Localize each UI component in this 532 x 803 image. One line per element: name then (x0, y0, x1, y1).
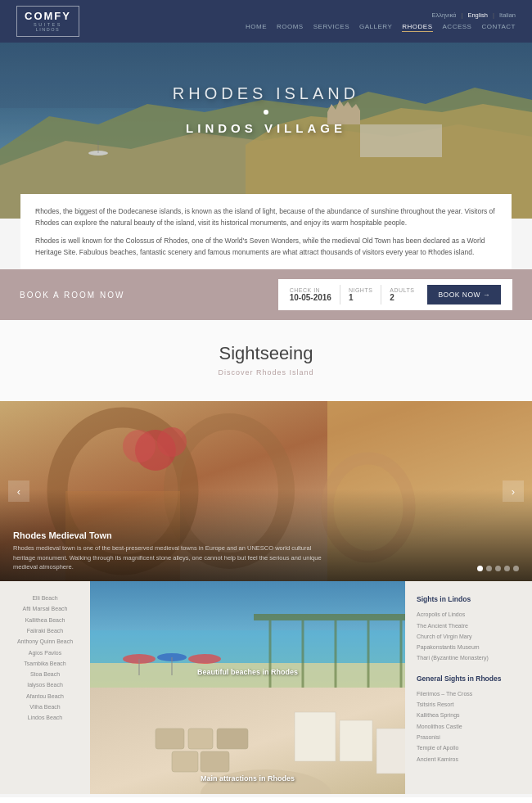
beach-list-item: Agios Pavlos (7, 647, 83, 658)
dot-5[interactable] (513, 566, 519, 571)
lindos-sight-5: Thari (Byzantine Monastery) (417, 652, 521, 663)
svg-rect-36 (188, 729, 213, 749)
svg-point-26 (188, 654, 221, 664)
carousel-prev-button[interactable]: ‹ (8, 480, 29, 502)
beach-list-item: Elli Beach (7, 593, 83, 603)
sightseeing-subtitle: Discover Rhodes Island (16, 368, 516, 377)
adults-value: 2 (390, 293, 414, 302)
hero-text: RHODES ISLAND LINDOS VILLAGE (143, 84, 389, 135)
rhodes-sight-3: Kallithea Springs (417, 710, 521, 720)
svg-point-15 (157, 427, 187, 457)
sightseeing-title: Sightseeing (16, 343, 516, 364)
rhodes-sight-5: Prasonisi (417, 732, 521, 742)
hero-title: RHODES ISLAND (143, 84, 389, 103)
nav-home[interactable]: HOME (246, 23, 267, 32)
carousel: Rhodes Medieval Town Rhodes medieval tow… (0, 401, 532, 581)
nav-gallery[interactable]: GALLERY (359, 23, 392, 32)
beach-list-item: Anthony Quinn Beach (7, 636, 83, 647)
beach-list: Elli Beach Afti Marsal Beach Kallithea B… (0, 581, 90, 794)
svg-rect-42 (376, 729, 405, 774)
rhodes-sight-2: Tsitsiris Resort (417, 699, 521, 710)
beach-label-1: Beautiful beaches in Rhodes (197, 668, 298, 676)
nights-field[interactable]: Nights 1 (349, 287, 372, 302)
nav-access[interactable]: ACCESS (443, 23, 472, 32)
lindos-sight-3: Church of Virgin Mary (417, 631, 521, 642)
rhodes-sight-6: Temple of Apollo (417, 742, 521, 753)
logo-lindos: LINDOS (25, 27, 71, 32)
nav-services[interactable]: SERVICES (313, 23, 349, 32)
checkin-field[interactable]: Check In 10-05-2016 (290, 287, 331, 302)
svg-rect-38 (172, 751, 198, 772)
checkin-label: Check In (290, 287, 331, 293)
rhodes-sight-7: Ancient Kamiros (417, 754, 521, 765)
carousel-overlay: Rhodes Medieval Town Rhodes medieval tow… (0, 489, 532, 581)
rhodes-sight-1: Filerimos – The Cross (417, 688, 521, 699)
beach-list-item: Afantou Beach (7, 691, 83, 701)
svg-rect-39 (201, 751, 229, 772)
svg-rect-40 (295, 712, 336, 761)
checkin-value: 10-05-2016 (290, 293, 331, 302)
lang-english[interactable]: English (467, 11, 488, 19)
field-sep2 (381, 285, 381, 305)
field-sep1 (340, 285, 340, 305)
logo[interactable]: COMFY SUITES LINDOS (16, 6, 79, 37)
footer-info: Home Rhodes Accommodation Lindos Rooms A… (0, 797, 532, 803)
lindos-sight-1: Acropolis of Lindos (417, 609, 521, 620)
book-now-button[interactable]: BOOK NOW → (427, 285, 501, 305)
beach-list-item: Afti Marsal Beach (7, 603, 83, 614)
svg-rect-37 (217, 729, 248, 749)
center-images: Beautiful beaches in Rhodes (90, 581, 405, 794)
carousel-next-button[interactable]: › (503, 480, 524, 502)
description-box: Rhodes, the biggest of the Dodecanese is… (20, 194, 512, 269)
dot-3[interactable] (495, 566, 501, 571)
header: COMFY SUITES LINDOS Ελληνικά | English |… (0, 0, 532, 43)
sightseeing-section: Sightseeing Discover Rhodes Island (0, 320, 532, 401)
rhodes-sights-title: General Sights in Rhodes (417, 672, 521, 685)
hero-section: RHODES ISLAND LINDOS VILLAGE (0, 43, 532, 219)
booking-fields-group: Check In 10-05-2016 Nights 1 Adults 2 BO… (278, 279, 512, 310)
description-para2: Rhodes is well known for the Colossus of… (35, 235, 497, 258)
middle-section: Elli Beach Afti Marsal Beach Kallithea B… (0, 581, 532, 794)
beach-list-item: Vliha Beach (7, 701, 83, 712)
dot-1[interactable] (477, 566, 483, 571)
nav-rooms[interactable]: ROOMS (277, 23, 304, 32)
adults-field[interactable]: Adults 2 (390, 287, 414, 302)
booking-bar: BOOK A ROOM NOW Check In 10-05-2016 Nigh… (0, 269, 532, 320)
logo-comfy: COMFY (25, 11, 71, 22)
nav-contact[interactable]: CONTACT (481, 23, 516, 32)
description-para1: Rhodes, the biggest of the Dodecanese is… (35, 205, 497, 228)
beach-list-item: Ialysos Beach (7, 679, 83, 690)
beach-label-2: Main attractions in Rhodes (201, 774, 295, 783)
beach-list-item: Stoa Beach (7, 669, 83, 679)
header-right: Ελληνικά | English | Italian HOME ROOMS … (246, 11, 516, 32)
nights-label: Nights (349, 287, 372, 293)
svg-rect-27 (254, 614, 405, 620)
lang-italian[interactable]: Italian (499, 11, 516, 19)
beach-list-item: Lindos Beach (7, 712, 83, 723)
lindos-sight-4: Papakonstantis Museum (417, 642, 521, 652)
beach-list-item: Tsambika Beach (7, 658, 83, 669)
nights-value: 1 (349, 293, 372, 302)
svg-rect-35 (156, 729, 184, 749)
book-room-label: BOOK A ROOM NOW (20, 291, 124, 300)
sights-list: Sights in Lindos Acropolis of Lindos The… (405, 581, 532, 794)
lindos-sight-2: The Ancient Theatre (417, 620, 521, 631)
rhodes-sight-4: Monolithos Castle (417, 721, 521, 732)
nav-rhodes[interactable]: RHODES (402, 23, 432, 32)
beach-image: Beautiful beaches in Rhodes (90, 581, 405, 688)
carousel-dots (477, 566, 519, 571)
lang-greek[interactable]: Ελληνικά (431, 11, 456, 19)
lindos-sights-title: Sights in Lindos (417, 593, 521, 606)
attractions-image: Main attractions in Rhodes (90, 688, 405, 794)
carousel-description: Rhodes medieval town is one of the best-… (13, 544, 324, 571)
svg-rect-41 (340, 720, 372, 761)
dot-4[interactable] (504, 566, 510, 571)
hero-subtitle: LINDOS VILLAGE (143, 121, 389, 135)
dot-2[interactable] (486, 566, 492, 571)
adults-label: Adults (390, 287, 414, 293)
svg-point-16 (123, 430, 156, 462)
language-bar: Ελληνικά | English | Italian (431, 11, 516, 19)
beach-list-item: Kallithea Beach (7, 615, 83, 625)
main-nav: HOME ROOMS SERVICES GALLERY RHODES ACCES… (246, 23, 516, 32)
beach-list-item: Faliraki Beach (7, 625, 83, 636)
